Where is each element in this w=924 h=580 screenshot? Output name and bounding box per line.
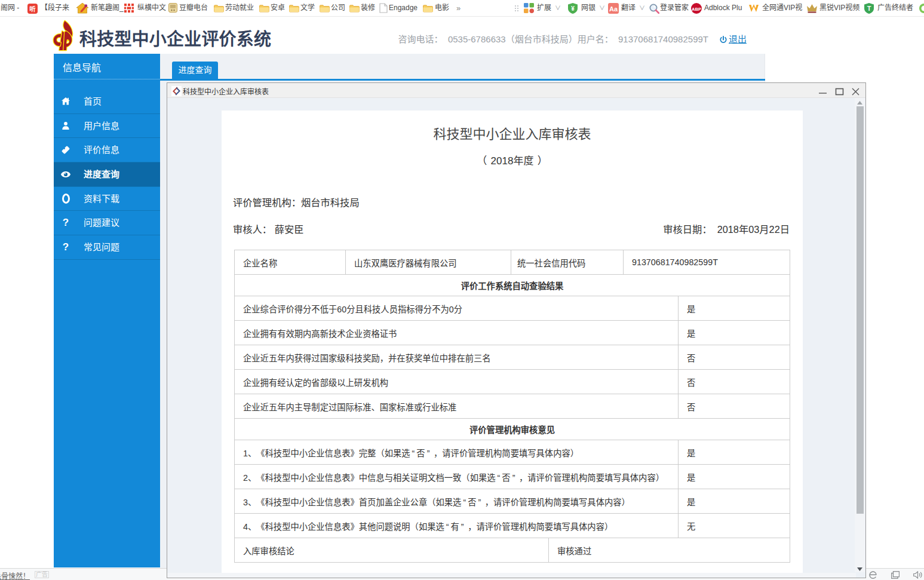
svg-text:Aa: Aa	[609, 5, 618, 13]
svg-text:听: 听	[29, 5, 36, 13]
svg-text:T: T	[867, 5, 871, 12]
svg-text:ABP: ABP	[692, 7, 701, 12]
svg-text:¥: ¥	[571, 5, 575, 12]
